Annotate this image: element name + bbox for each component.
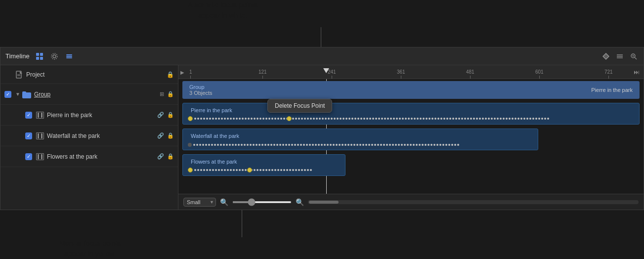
group-track-name-right: Pierre in the park (591, 87, 633, 93)
sidebar-flowers-row[interactable]: Flowers at the park 🔗 🔒 (0, 146, 178, 167)
waterfall-lock-icon[interactable]: 🔒 (167, 132, 174, 139)
zoom-fit-icon[interactable] (629, 51, 639, 61)
ruler-mark-1: 1 (189, 69, 192, 79)
layers-icon[interactable] (64, 51, 74, 61)
pierre-track: Pierre in the park (178, 101, 644, 127)
ruler-mark-361: 361 (397, 69, 405, 79)
ruler-tick-721 (608, 76, 609, 79)
project-file-icon (15, 71, 23, 79)
waterfall-dots (188, 143, 533, 147)
flowers-track-bar[interactable]: Flowers at the park (182, 154, 345, 176)
group-expand-arrow[interactable]: ▼ (15, 91, 20, 97)
flowers-dots (188, 168, 340, 173)
mosaic-icon[interactable] (35, 51, 44, 61)
size-select-wrapper: Small Medium Large ▼ (183, 198, 216, 207)
timeline-scrollbar[interactable] (308, 200, 639, 204)
waterfall-actions: 🔗 🔒 (157, 132, 174, 139)
group-track-bar[interactable]: Group 3 Objects Pierre in the park (182, 81, 640, 99)
svg-rect-20 (22, 91, 26, 93)
ruler-tick-481 (470, 76, 471, 79)
pierre-focus-yellow-2[interactable] (287, 116, 292, 121)
flowers-focus-yellow-2[interactable] (247, 168, 252, 173)
ruler-label-1: 1 (189, 69, 192, 75)
sidebar-group-row[interactable]: ▼ Group ⊞ 🔒 (0, 84, 178, 105)
flowers-link-icon[interactable]: 🔗 (157, 153, 164, 160)
zoom-slider[interactable] (232, 201, 292, 203)
zoom-in-icon[interactable]: 🔍 (296, 198, 304, 206)
ruler-tick-361 (401, 76, 401, 79)
sidebar-waterfall-row[interactable]: Waterfall at the park 🔗 🔒 (0, 126, 178, 146)
playhead-marker (323, 68, 329, 73)
annotation-arrow-bottom (242, 210, 242, 237)
timeline-header-right (601, 51, 639, 61)
delete-tooltip-label: Delete Focus Point (275, 102, 325, 109)
group-lock-icon[interactable]: 🔒 (167, 91, 174, 97)
end-marker[interactable]: ⏭ (634, 69, 640, 76)
annotation-top-line1: Automatic focus points (188, 0, 258, 10)
flowers-film-icon (36, 153, 44, 160)
timeline-area: ▶ 1 121 241 361 (178, 65, 644, 210)
timeline-header: Timeline (0, 47, 644, 65)
flowers-label: Flowers at the park (47, 153, 155, 160)
bottom-bar: Small Medium Large ▼ 🔍 🔍 (178, 194, 644, 210)
gear-icon[interactable] (49, 51, 59, 61)
ruler-label-601: 601 (535, 69, 544, 75)
group-actions: ⊞ 🔒 (160, 91, 174, 97)
pierre-white-dots-container (194, 118, 634, 120)
play-button[interactable]: ▶ (180, 69, 184, 75)
ruler-mark-481: 481 (466, 69, 474, 79)
zoom-out-icon[interactable]: 🔍 (220, 198, 228, 206)
flowers-focus-yellow-1[interactable] (188, 168, 193, 173)
diamond-icon[interactable] (601, 51, 611, 61)
group-track-label: Group (189, 84, 205, 90)
annotation-bottom-line1: Manual focus points (59, 238, 121, 249)
sidebar-pierre-row[interactable]: Pierre in the park 🔗 🔒 (0, 105, 178, 126)
ruler-tick-1 (190, 76, 191, 79)
timeline-ruler[interactable]: ▶ 1 121 241 361 (178, 65, 644, 79)
size-select[interactable]: Small Medium Large (183, 198, 216, 207)
waterfall-track-bar[interactable]: Waterfall at the park (182, 129, 538, 150)
flowers-checkbox[interactable] (25, 153, 32, 160)
ruler-label-361: 361 (397, 69, 405, 75)
ruler-label-721: 721 (604, 69, 613, 75)
pierre-link-icon[interactable]: 🔗 (157, 112, 164, 118)
project-actions: 🔒 (167, 71, 174, 78)
waterfall-label: Waterfall at the park (47, 132, 155, 139)
annotation-top: Automatic focus points appear in white. (188, 0, 258, 21)
tracks-area: Group 3 Objects Pierre in the park Pierr… (178, 79, 644, 194)
flowers-track-name: Flowers at the park (191, 159, 237, 165)
flowers-white-dots-container (194, 169, 340, 171)
waterfall-white-dots-container (193, 144, 533, 146)
group-label: Group (34, 91, 158, 98)
annotation-arrow-top (321, 27, 321, 48)
ruler-tick-241 (332, 76, 332, 79)
flowers-lock-icon[interactable]: 🔒 (167, 153, 174, 160)
waterfall-track: Waterfall at the park (178, 127, 644, 152)
pierre-lock-icon[interactable]: 🔒 (167, 112, 174, 118)
ruler-label-481: 481 (466, 69, 474, 75)
waterfall-link-icon[interactable]: 🔗 (157, 132, 164, 139)
group-stack-icon[interactable]: ⊞ (160, 91, 164, 97)
flowers-track: Flowers at the park (178, 152, 644, 178)
waterfall-focus-grey[interactable] (188, 143, 192, 147)
pierre-focus-yellow-1[interactable] (188, 116, 193, 121)
waterfall-film-icon (36, 132, 44, 139)
project-lock-icon[interactable]: 🔒 (167, 71, 174, 78)
annotation-bottom-line2: appear in yellow. (59, 249, 121, 259)
sidebar-project-row: Project 🔒 (0, 65, 178, 84)
svg-point-4 (53, 55, 56, 58)
pierre-checkbox[interactable] (25, 112, 32, 119)
waterfall-track-name: Waterfall at the park (191, 133, 239, 139)
svg-rect-1 (40, 53, 43, 56)
timeline-header-left: Timeline (5, 51, 74, 61)
group-checkbox[interactable] (4, 91, 11, 98)
cut-icon[interactable] (615, 51, 625, 61)
ruler-tick-601 (539, 76, 540, 79)
waterfall-checkbox[interactable] (25, 132, 32, 139)
svg-line-13 (635, 57, 637, 59)
pierre-actions: 🔗 🔒 (157, 112, 174, 118)
delete-focus-point-tooltip[interactable]: Delete Focus Point (267, 99, 332, 113)
pierre-track-bar[interactable]: Pierre in the park (182, 103, 640, 125)
svg-point-5 (51, 53, 57, 59)
svg-rect-3 (40, 57, 43, 60)
